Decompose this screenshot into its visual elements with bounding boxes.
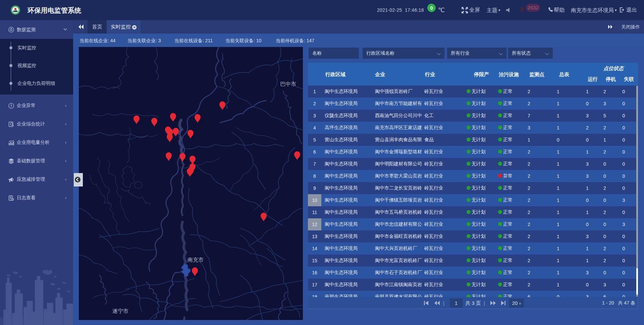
svg-text:遂宁市: 遂宁市	[112, 308, 128, 314]
svg-text:南充市: 南充市	[187, 257, 204, 263]
svg-text:巴中市: 巴中市	[280, 81, 296, 87]
